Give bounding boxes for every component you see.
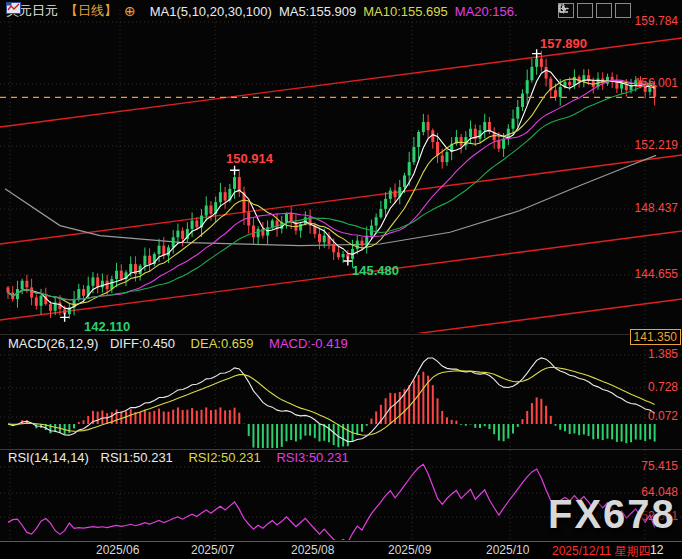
candle (540, 58, 543, 66)
candle (422, 122, 425, 132)
candle (361, 241, 364, 246)
candle (40, 296, 43, 306)
candle (436, 142, 439, 155)
chart-toolbar (558, 3, 631, 18)
candle (323, 236, 326, 243)
chart-canvas[interactable] (0, 0, 682, 559)
candle (427, 122, 430, 130)
candle (502, 139, 505, 149)
extreme-cross-marker (343, 257, 352, 266)
price-axis-label: 75.415 (641, 459, 678, 473)
candle (252, 226, 255, 238)
rsi3-value: RSI3:50.231 (276, 450, 348, 465)
ma10-value: MA10:155.695 (363, 4, 448, 19)
candle (384, 199, 387, 209)
collapse-right-icon[interactable] (615, 3, 631, 18)
candle (172, 237, 175, 247)
candle (615, 82, 618, 89)
price-axis-label: 144.655 (635, 267, 678, 281)
candle (620, 84, 623, 89)
diff-line (8, 358, 655, 442)
candle (257, 229, 260, 237)
macd-pane[interactable] (8, 358, 655, 456)
candle (224, 192, 227, 200)
candle (247, 212, 250, 225)
price-axis-label: 0.072 (648, 409, 678, 423)
candle (554, 90, 557, 97)
title-bar: 美元日元 【日线】 ⊕ MA1(5,10,20,30,100) MA5:155.… (6, 2, 518, 20)
candle (445, 152, 448, 162)
candle (120, 271, 123, 279)
price-axis-label: 159.784 (635, 14, 678, 28)
rsi-name: RSI(14,14,14) (8, 450, 89, 465)
candle (181, 231, 184, 239)
candle (417, 132, 420, 147)
candle (129, 264, 132, 272)
candle (460, 137, 463, 145)
candle (526, 80, 529, 93)
annotation-mid-peak: 150.914 (226, 151, 273, 166)
macd-value: MACD:-0.419 (269, 336, 348, 351)
axis-left-icon[interactable] (577, 3, 593, 18)
candle (219, 192, 222, 202)
candle (573, 77, 576, 85)
candle (545, 67, 548, 79)
annotation-pullback-low: 145.480 (352, 263, 399, 278)
candle (568, 82, 571, 85)
macd-label-row: MACD(26,12,9) DIFF:0.450 DEA:0.659 MACD:… (8, 336, 348, 351)
candle (7, 287, 10, 292)
price-axis-label: 0.728 (648, 380, 678, 394)
time-axis-label: 2025/10 (486, 543, 529, 557)
ma20-value: MA20:156. (455, 4, 518, 19)
candle (30, 287, 33, 297)
candle (379, 209, 382, 217)
candle (176, 231, 179, 238)
candle (332, 244, 335, 252)
time-axis-label: 2025/08 (291, 543, 334, 557)
zoom-plus-icon[interactable]: ⊕ (124, 4, 136, 18)
candle (394, 191, 397, 198)
chart-window: 美元日元 【日线】 ⊕ MA1(5,10,20,30,100) MA5:155.… (0, 0, 682, 559)
watermark: FX678 (548, 492, 676, 537)
candle (285, 214, 288, 222)
annotation-peak-high: 157.890 (540, 36, 587, 51)
candle (512, 119, 515, 129)
candle (521, 94, 524, 107)
candle (497, 140, 500, 148)
candle (101, 281, 104, 288)
ma5-value: MA5:155.909 (279, 4, 356, 19)
dea-line (8, 367, 655, 435)
trend-channel-line[interactable] (0, 155, 682, 244)
rsi-label-row: RSI(14,14,14) RSI1:50.231 RSI2:50.231 RS… (8, 450, 349, 465)
candle (530, 67, 533, 80)
price-axis-label: 148.437 (635, 201, 678, 215)
ma-params-label: MA1(5,10,20,30,100) (150, 4, 272, 19)
candle (342, 254, 345, 257)
candle (195, 221, 198, 228)
candle (318, 234, 321, 242)
candle (337, 252, 340, 257)
ma30-line (8, 83, 655, 299)
candle (233, 177, 236, 189)
annotation-range-low: 142.110 (84, 319, 130, 334)
period-label: 【日线】 (65, 2, 117, 20)
time-axis-label: 2025/07 (191, 543, 234, 557)
candle (559, 87, 562, 97)
candle (77, 289, 80, 299)
axis-right-icon[interactable] (596, 3, 612, 18)
candle (143, 256, 146, 266)
candle (469, 129, 472, 137)
candle (21, 281, 24, 289)
candle (191, 221, 194, 229)
time-axis-date: 2025/12/11 星期四 (552, 543, 651, 559)
extreme-cross-marker (60, 313, 69, 322)
macd-name: MACD(26,12,9) (8, 336, 98, 351)
pane-divider-macd (0, 334, 682, 335)
candle (148, 256, 151, 264)
candle (209, 206, 212, 214)
candle (158, 246, 161, 254)
candle (441, 155, 444, 162)
price-axis-label: 1.385 (648, 347, 678, 361)
candle (205, 206, 208, 216)
candle (91, 277, 94, 285)
